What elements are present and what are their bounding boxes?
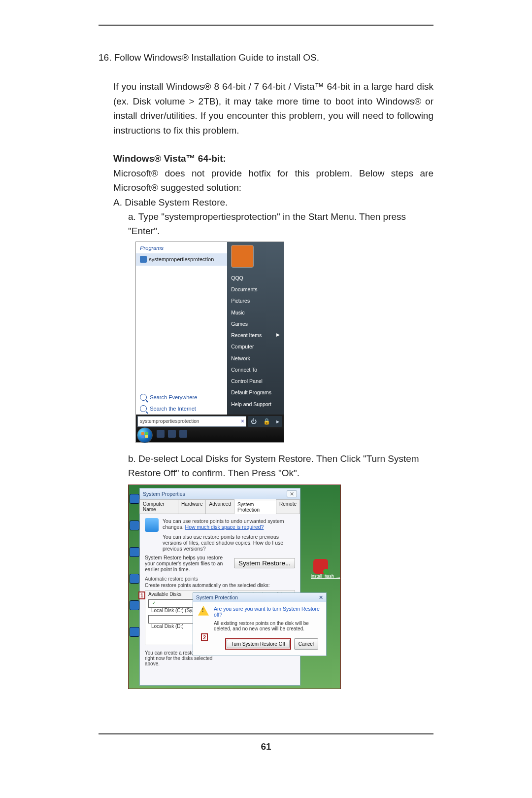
- callout-2: 2: [201, 633, 208, 641]
- menu-network[interactable]: Network: [231, 354, 280, 362]
- top-rule: [99, 25, 433, 26]
- step-a-a: a. Type "systempropertiesprotection" in …: [128, 209, 433, 239]
- search-box-text: systempropertiesprotection: [140, 417, 199, 425]
- menu-control-panel[interactable]: Control Panel: [231, 377, 280, 385]
- start-menu-left-pane: Programs systempropertiesprotection Sear…: [136, 242, 227, 415]
- close-button[interactable]: ✕: [287, 490, 297, 497]
- desktop-icon[interactable]: [130, 494, 139, 504]
- power-buttons[interactable]: ⏻ 🔒 ▸: [248, 416, 282, 427]
- taskbar-icon[interactable]: [179, 430, 187, 438]
- desktop-icon[interactable]: [130, 600, 139, 610]
- power-menu-chevron-icon[interactable]: ▸: [276, 417, 279, 426]
- restore-info-text-2: You can also use restore points to resto…: [163, 534, 295, 552]
- vista-heading: Windows® Vista™ 64-bit:: [113, 151, 433, 166]
- confirm-title: System Protection: [196, 594, 238, 600]
- confirm-dialog: System Protection ✕ Are you sure you wan…: [193, 592, 327, 656]
- search-icon: [140, 394, 147, 401]
- chevron-right-icon: ▶: [276, 332, 280, 339]
- system-properties-screenshot: install_flash_... System Properties ✕ Co…: [128, 485, 341, 689]
- menu-pictures[interactable]: Pictures: [231, 297, 280, 305]
- menu-default-programs[interactable]: Default Programs: [231, 388, 280, 396]
- restore-info-icon: [145, 518, 159, 532]
- callout-1: 1: [138, 591, 145, 599]
- programs-heading: Programs: [136, 242, 227, 253]
- windows-flag-icon: [141, 432, 148, 438]
- lock-icon[interactable]: 🔒: [263, 417, 270, 426]
- system-restore-button[interactable]: System Restore...: [234, 558, 295, 568]
- tab-computer-name[interactable]: Computer Name: [139, 499, 178, 514]
- enter-text: [128, 239, 131, 253]
- clear-search-icon[interactable]: ×: [241, 417, 244, 425]
- step-16: 16. Follow Windows® Installation Guide t…: [99, 50, 433, 65]
- desktop-flash-icon[interactable]: install_flash_...: [311, 559, 331, 579]
- tab-system-protection[interactable]: System Protection: [234, 500, 276, 514]
- tab-strip: Computer Name Hardware Advanced System P…: [140, 499, 300, 514]
- step-a-b: b. De-select Local Disks for System Rest…: [128, 451, 433, 481]
- program-icon: [140, 256, 147, 263]
- search-result-item[interactable]: systempropertiesprotection: [136, 253, 227, 266]
- window-title: System Properties: [143, 491, 185, 497]
- intro-paragraph: If you install Windows® 8 64-bit / 7 64-…: [113, 79, 433, 138]
- user-name: QQQ: [231, 274, 280, 282]
- tab-hardware[interactable]: Hardware: [178, 499, 206, 514]
- desktop-icon[interactable]: [130, 520, 139, 530]
- search-everywhere-link[interactable]: Search Everywhere: [136, 392, 227, 403]
- menu-music[interactable]: Music: [231, 309, 280, 316]
- disk-space-link[interactable]: How much disk space is required?: [185, 524, 264, 530]
- warning-icon: [198, 606, 209, 616]
- taskbar: [136, 428, 284, 442]
- start-orb[interactable]: [137, 427, 153, 443]
- taskbar-icon[interactable]: [168, 430, 176, 438]
- power-icon[interactable]: ⏻: [251, 417, 257, 426]
- step-a: A. Disable System Restore.: [113, 195, 433, 209]
- confirm-detail: All existing restore points on the disk …: [214, 621, 321, 631]
- menu-connect-to[interactable]: Connect To: [231, 366, 280, 374]
- cancel-button[interactable]: Cancel: [294, 638, 318, 650]
- quick-launch: [156, 430, 188, 440]
- search-icon: [140, 405, 147, 412]
- restore-info-text: You can use restore points to undo unwan…: [163, 518, 295, 532]
- tab-advanced[interactable]: Advanced: [205, 499, 234, 514]
- desktop-icon[interactable]: [130, 547, 139, 557]
- flash-icon: [313, 559, 328, 574]
- search-internet-link[interactable]: Search the Internet: [136, 403, 227, 415]
- window-titlebar: System Properties ✕: [140, 488, 300, 499]
- tab-remote[interactable]: Remote: [276, 499, 300, 514]
- desktop-icon[interactable]: [130, 574, 139, 584]
- menu-games[interactable]: Games: [231, 320, 280, 328]
- confirm-question: Are you sure you want to turn System Res…: [214, 606, 321, 618]
- start-search-box[interactable]: systempropertiesprotection ×: [137, 416, 246, 427]
- taskbar-icon[interactable]: [157, 430, 165, 438]
- menu-computer[interactable]: Computer: [231, 343, 280, 350]
- vista-body: Microsoft® does not provide hotfix for t…: [113, 166, 433, 195]
- auto-restore-sub: Create restore points automatically on t…: [145, 583, 295, 588]
- user-avatar: [231, 245, 254, 268]
- bottom-rule: [99, 733, 433, 734]
- search-result-label: systempropertiesprotection: [149, 255, 214, 264]
- start-menu-right-pane: QQQ Documents Pictures Music Games Recen…: [227, 242, 284, 415]
- system-restore-hint: System Restore helps you restore your co…: [145, 555, 233, 572]
- start-menu-screenshot: Programs systempropertiesprotection Sear…: [135, 242, 284, 443]
- confirm-close-button[interactable]: ✕: [319, 594, 323, 600]
- auto-restore-heading: Automatic restore points: [145, 576, 295, 582]
- menu-help-support[interactable]: Help and Support: [231, 400, 280, 408]
- page-number: 61: [99, 741, 433, 752]
- desktop-icon[interactable]: [130, 627, 139, 637]
- turn-restore-off-button[interactable]: Turn System Restore Off: [227, 640, 290, 648]
- desktop-icons: [130, 494, 139, 637]
- menu-recent-items[interactable]: Recent Items ▶: [231, 331, 280, 339]
- menu-documents[interactable]: Documents: [231, 285, 280, 293]
